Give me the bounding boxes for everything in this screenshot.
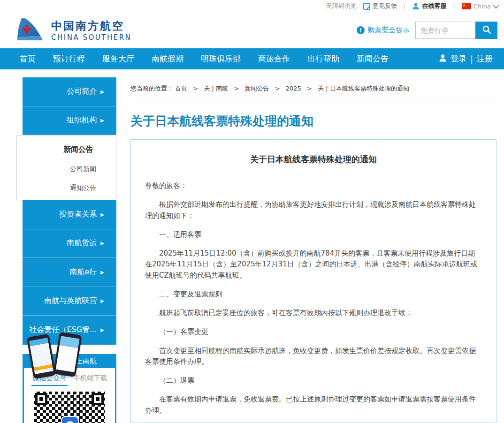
main-nav: 首页 预订行程 服务大厅 南航假期 明珠俱乐部 商旅合作 出行帮助 新闻公告 登… bbox=[0, 48, 504, 69]
sidebar-item-label: 公司简介 bbox=[67, 87, 97, 97]
sidebar-item-cargo[interactable]: 南航货运 ▶ bbox=[23, 229, 116, 258]
article-paragraph: 尊敬的旅客： bbox=[145, 181, 482, 191]
breadcrumb-label: 您当前的位置： bbox=[130, 85, 173, 92]
article-title: 关于日本航线客票特殊处理的通知 bbox=[145, 154, 482, 165]
breadcrumb-home[interactable]: 首页 bbox=[175, 85, 187, 92]
chevron-right-icon: ▶ bbox=[100, 298, 104, 303]
nav-home[interactable]: 首页 bbox=[20, 53, 36, 64]
search-icon bbox=[482, 25, 491, 36]
nav-travel-help[interactable]: 出行帮助 bbox=[307, 53, 339, 64]
phone-graphic bbox=[53, 332, 82, 377]
article-paragraph: 一、适用客票 bbox=[145, 229, 482, 240]
nav-service-hall[interactable]: 服务大厅 bbox=[102, 53, 134, 64]
alert-icon: ! bbox=[357, 26, 365, 34]
online-service-label: 在线客服 bbox=[422, 2, 446, 10]
header-right: ! 购票安全提示 bbox=[357, 22, 497, 39]
article-paragraph: 航班起飞前取消已定妥座位的旅客，可在客票有效期内按以下规则办理退改手续： bbox=[145, 308, 482, 318]
notice-article: 关于日本航线客票特殊处理的通知 尊敬的旅客： 根据外交部近期发布的出行提醒，为协… bbox=[130, 139, 496, 423]
phone-graphic bbox=[27, 334, 56, 379]
sidebar-item-news-active[interactable]: 新闻公告 bbox=[17, 145, 116, 155]
register-link[interactable]: 注册 bbox=[477, 53, 493, 64]
chevron-right-icon: ▶ bbox=[100, 270, 104, 275]
qr-center-logo bbox=[61, 416, 79, 423]
region-selector[interactable]: China bbox=[462, 3, 497, 10]
sidebar-subitem-company-news[interactable]: 公司新闻 bbox=[17, 165, 116, 174]
chevron-right-icon: ▶ bbox=[100, 118, 104, 123]
sidebar-item-company-profile[interactable]: 公司简介 ▶ bbox=[23, 77, 116, 106]
sidebar-item-ba-joint-venture[interactable]: 南航与英航联营 ▶ bbox=[23, 287, 116, 316]
page-title: 关于日本航线客票特殊处理的通知 bbox=[130, 113, 496, 129]
logo[interactable]: 中国南方航空 CHINA SOUTHERN bbox=[16, 18, 131, 43]
article-paragraph: （一）客票变更 bbox=[145, 326, 482, 337]
user-icon bbox=[439, 54, 447, 64]
breadcrumb: 您当前的位置： 首页 > 关于南航 > 新闻公告 > 2025 > 关于日本航线… bbox=[130, 81, 496, 100]
breadcrumb-separator: > bbox=[193, 85, 198, 92]
header: 中国南方航空 CHINA SOUTHERN ! 购票安全提示 bbox=[0, 12, 504, 48]
login-area: 登录 | 注册 bbox=[439, 53, 493, 64]
breadcrumb-about[interactable]: 关于南航 bbox=[204, 85, 228, 92]
mobile-app-widget: 掌上南航 微信公众号 手机端下载 bbox=[23, 354, 116, 423]
chevron-right-icon: ▶ bbox=[100, 212, 104, 217]
nav-business-travel[interactable]: 商旅合作 bbox=[258, 53, 290, 64]
chevron-right-icon: ▶ bbox=[100, 89, 104, 94]
divider: | bbox=[404, 3, 405, 10]
nav-sky-pearl-club[interactable]: 明珠俱乐部 bbox=[201, 53, 241, 64]
customer-service-icon bbox=[412, 2, 420, 10]
nav-holidays[interactable]: 南航假期 bbox=[152, 53, 183, 64]
sidebar-item-investor-relations[interactable]: 投资者关系 ▶ bbox=[23, 200, 116, 229]
chevron-right-icon: ▶ bbox=[100, 327, 104, 332]
breadcrumb-separator: > bbox=[275, 85, 280, 92]
sidebar-item-organization[interactable]: 组织机构 ▶ bbox=[23, 106, 116, 136]
sidebar-expanded-news: 新闻公告 公司新闻 通知公告 bbox=[16, 135, 116, 200]
breadcrumb-2025[interactable]: 2025 bbox=[286, 85, 301, 92]
sidebar-item-label: 南航与英航联营 bbox=[44, 296, 97, 306]
article-paragraph: （二）退票 bbox=[145, 375, 482, 386]
top-utility-bar: 无障碍浏览 意见反馈 | 在线客服 | China bbox=[0, 0, 504, 12]
article-paragraph: 2025年11月15日12:00（含）前购买或换开的南航784开头的客票，且客票… bbox=[145, 248, 482, 281]
qr-finder bbox=[35, 393, 47, 405]
page: 无障碍浏览 意见反馈 | 在线客服 | China bbox=[0, 0, 504, 423]
chevron-down-icon bbox=[493, 2, 499, 8]
accessibility-label: 无障碍浏览 bbox=[326, 2, 357, 10]
breadcrumb-news[interactable]: 新闻公告 bbox=[245, 85, 269, 92]
logo-english: CHINA SOUTHERN bbox=[51, 33, 131, 42]
ticket-safety-tip-link[interactable]: ! 购票安全提示 bbox=[357, 26, 410, 35]
article-paragraph: 根据外交部近期发布的出行提醒，为协助旅客更好地安排出行计划，现就涉及南航日本航线… bbox=[145, 199, 482, 221]
nav-booking[interactable]: 预订行程 bbox=[53, 53, 85, 64]
china-flag-icon bbox=[462, 3, 471, 9]
sidebar-item-label: 组织机构 bbox=[67, 115, 97, 125]
region-label: China bbox=[473, 3, 491, 10]
divider: | bbox=[453, 3, 455, 10]
breadcrumb-current[interactable]: 关于日本航线客票特殊处理的通知 bbox=[318, 85, 409, 92]
sidebar-item-e-travel[interactable]: 南航e行 ▶ bbox=[23, 258, 116, 287]
login-link[interactable]: 登录 bbox=[451, 53, 466, 64]
content: 您当前的位置： 首页 > 关于南航 > 新闻公告 > 2025 > 关于日本航线… bbox=[130, 81, 496, 423]
logo-chinese: 中国南方航空 bbox=[51, 19, 131, 33]
logo-text: 中国南方航空 CHINA SOUTHERN bbox=[51, 19, 131, 42]
breadcrumb-separator: > bbox=[307, 85, 312, 92]
accessibility-link[interactable]: 无障碍浏览 bbox=[326, 2, 357, 10]
sidebar-item-label: 南航货运 bbox=[67, 238, 97, 248]
search-box bbox=[415, 22, 497, 39]
feedback-icon bbox=[363, 3, 370, 10]
divider: | bbox=[470, 54, 473, 64]
breadcrumb-separator: > bbox=[234, 85, 239, 92]
tailfin-logo-icon bbox=[16, 18, 46, 43]
nav-items: 首页 预订行程 服务大厅 南航假期 明珠俱乐部 商旅合作 出行帮助 新闻公告 bbox=[20, 53, 389, 64]
sidebar-item-label: 南航e行 bbox=[69, 267, 97, 277]
phones-image bbox=[28, 333, 94, 380]
article-paragraph: 首次变更至相同航程的南航实际承运航班，免收变更费，如发生票价价差按规定收取。再次… bbox=[145, 346, 482, 368]
nav-news[interactable]: 新闻公告 bbox=[357, 53, 389, 64]
article-paragraph: 在客票有效期内申请退票，免收退票费。已按上述原则办理过变更的客票如申请退票需按客… bbox=[145, 394, 482, 416]
online-service-link[interactable]: 在线客服 bbox=[412, 2, 446, 10]
safety-tip-label: 购票安全提示 bbox=[367, 26, 410, 35]
qr-finder bbox=[92, 393, 104, 405]
article-paragraph: 二、变更及退票规则 bbox=[145, 289, 482, 300]
sidebar-subitem-notices[interactable]: 通知公告 bbox=[17, 184, 116, 192]
qr-code bbox=[34, 392, 105, 423]
search-input[interactable] bbox=[415, 22, 475, 39]
search-button[interactable] bbox=[475, 22, 497, 39]
feedback-link[interactable]: 意见反馈 bbox=[363, 2, 397, 10]
feedback-label: 意见反馈 bbox=[373, 2, 397, 10]
sidebar: 公司简介 ▶ 组织机构 ▶ 新闻公告 公司新闻 通知公告 投资者关系 ▶ 南航货… bbox=[23, 77, 116, 345]
